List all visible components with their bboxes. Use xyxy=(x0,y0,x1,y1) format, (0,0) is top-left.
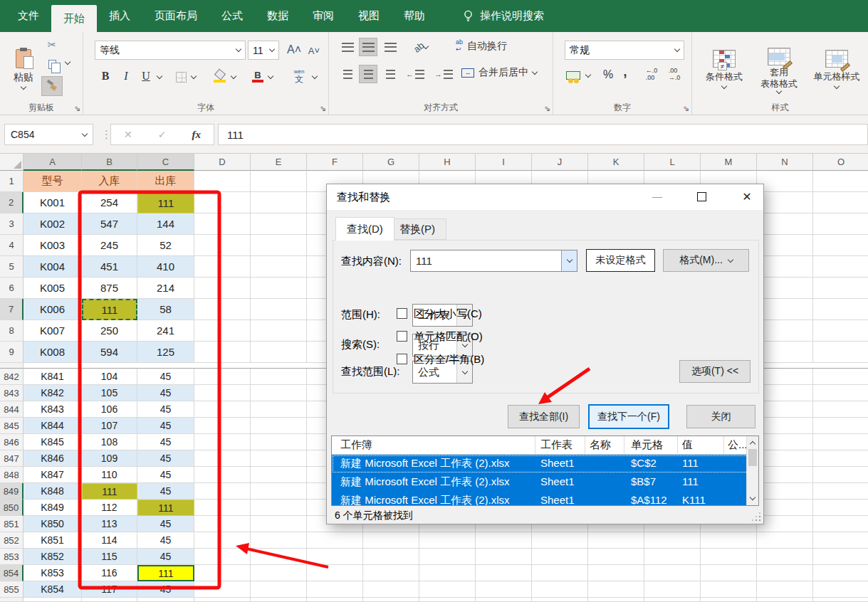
cell-F854[interactable] xyxy=(307,565,363,581)
cell-N855[interactable] xyxy=(757,581,813,598)
cell-J[interactable] xyxy=(532,598,588,602)
cell-B845[interactable]: 107 xyxy=(82,418,137,434)
cell-A843[interactable]: K842 xyxy=(23,385,82,401)
cell-A3[interactable]: K002 xyxy=(23,213,82,235)
copy-button[interactable] xyxy=(45,57,59,71)
row-header-3[interactable]: 3 xyxy=(0,213,23,235)
format-button[interactable]: 格式(M)... xyxy=(663,249,749,272)
cell-N6[interactable] xyxy=(757,278,813,299)
cell-C852[interactable]: 45 xyxy=(137,532,194,549)
row-header-6[interactable]: 6 xyxy=(0,278,23,299)
cell-B843[interactable]: 105 xyxy=(82,385,137,401)
font-dialog-launcher-icon[interactable]: ⇘ xyxy=(320,104,326,113)
cell-D855[interactable] xyxy=(194,581,251,598)
cell-F853[interactable] xyxy=(307,549,363,565)
cell-A852[interactable]: K851 xyxy=(23,532,82,549)
font-color-dropdown-icon[interactable] xyxy=(268,73,273,79)
cell-B[interactable] xyxy=(82,598,137,602)
align-middle-button[interactable] xyxy=(359,38,377,56)
cell-O1[interactable] xyxy=(813,171,868,192)
cell-A847[interactable]: K846 xyxy=(23,450,82,467)
ribbon-tab-formulas[interactable]: 公式 xyxy=(209,0,255,32)
cell-B852[interactable]: 114 xyxy=(82,532,137,549)
row-header-1[interactable]: 1 xyxy=(0,171,23,192)
fill-color-button[interactable] xyxy=(213,69,227,83)
results-scrollbar[interactable] xyxy=(746,436,758,505)
cell-D848[interactable] xyxy=(194,467,251,483)
cell-C847[interactable]: 45 xyxy=(137,450,194,467)
cell-C851[interactable]: 45 xyxy=(137,516,194,532)
wrap-text-button[interactable]: ab↩ 自动换行 xyxy=(456,38,563,55)
cell-G[interactable] xyxy=(363,598,419,602)
minimize-button[interactable]: — xyxy=(647,189,667,204)
cell-N854[interactable] xyxy=(757,565,813,581)
cell-C849[interactable]: 45 xyxy=(137,483,194,500)
cell-N8[interactable] xyxy=(757,320,813,342)
cell-E8[interactable] xyxy=(251,320,307,342)
cell-J855[interactable] xyxy=(532,581,588,598)
name-box[interactable]: C854 xyxy=(4,124,93,145)
cell-O6[interactable] xyxy=(813,278,868,299)
cell-I852[interactable] xyxy=(476,532,532,549)
cell-C6[interactable]: 214 xyxy=(137,278,194,299)
cell-N847[interactable] xyxy=(757,450,813,467)
font-name-combo[interactable]: 等线 xyxy=(95,41,246,60)
cut-button[interactable]: ✂ xyxy=(44,38,60,52)
cell-H855[interactable] xyxy=(419,581,476,598)
ribbon-tab-file[interactable]: 文件 xyxy=(6,0,51,32)
cell-D[interactable] xyxy=(194,598,251,602)
cell-N2[interactable] xyxy=(757,192,813,213)
column-header-D[interactable]: D xyxy=(194,154,251,171)
cell-O844[interactable] xyxy=(813,401,868,418)
cell-A845[interactable]: K844 xyxy=(23,418,82,434)
cell-M855[interactable] xyxy=(701,581,757,598)
row-header-847[interactable]: 847 xyxy=(0,450,23,467)
ribbon-tab-review[interactable]: 审阅 xyxy=(300,0,346,32)
cell-O852[interactable] xyxy=(813,532,868,549)
cell-H852[interactable] xyxy=(419,532,476,549)
column-header-F[interactable]: F xyxy=(307,154,363,171)
decrease-indent-button[interactable]: ← xyxy=(406,66,424,82)
cell-E5[interactable] xyxy=(251,256,307,278)
accounting-dropdown-icon[interactable] xyxy=(585,72,591,78)
cell-M[interactable] xyxy=(701,598,757,602)
cell-O847[interactable] xyxy=(813,450,868,467)
number-dialog-launcher-icon[interactable]: ⇘ xyxy=(683,104,689,113)
cell-B8[interactable]: 250 xyxy=(82,320,137,342)
results-header-4[interactable]: 值 xyxy=(682,438,693,452)
enter-icon[interactable]: ✓ xyxy=(158,129,167,140)
cell-L852[interactable] xyxy=(644,532,701,549)
match-case-checkbox[interactable] xyxy=(397,308,407,319)
cell-N9[interactable] xyxy=(757,342,813,363)
ribbon-tab-insert[interactable]: 插入 xyxy=(97,0,142,32)
cell-C2[interactable]: 111 xyxy=(137,192,194,213)
cell-B842[interactable]: 104 xyxy=(82,369,137,385)
cell-N3[interactable] xyxy=(757,213,813,235)
cell-B853[interactable]: 115 xyxy=(82,549,137,565)
insert-function-icon[interactable]: fx xyxy=(192,129,201,141)
bold-button[interactable]: B xyxy=(98,68,113,85)
row-header-842[interactable]: 842 xyxy=(0,369,23,385)
cell-C848[interactable]: 45 xyxy=(137,467,194,483)
merge-center-button[interactable]: ↔ 合并后居中 xyxy=(461,63,554,82)
maximize-button[interactable] xyxy=(691,189,711,204)
cell-E3[interactable] xyxy=(251,213,307,235)
cell-E850[interactable] xyxy=(251,500,307,516)
cell-H854[interactable] xyxy=(419,565,476,581)
cell-D7[interactable] xyxy=(194,299,251,320)
cell-B2[interactable]: 254 xyxy=(82,192,137,213)
alignment-dialog-launcher-icon[interactable]: ⇘ xyxy=(544,104,550,113)
increase-font-size-button[interactable]: A˄ xyxy=(286,41,303,59)
cell-K[interactable] xyxy=(588,598,644,602)
align-center-button[interactable] xyxy=(359,65,377,83)
cell-A851[interactable]: K850 xyxy=(23,516,82,532)
cell-O8[interactable] xyxy=(813,320,868,342)
result-row[interactable]: 新建 Microsoft Excel 工作表 (2).xlsxSheet1$C$… xyxy=(332,455,758,473)
clipboard-dialog-launcher-icon[interactable]: ⇘ xyxy=(74,104,80,113)
cell-N846[interactable] xyxy=(757,434,813,450)
result-row[interactable]: 新建 Microsoft Excel 工作表 (2).xlsxSheet1$B$… xyxy=(332,473,758,492)
underline-button[interactable]: U xyxy=(139,68,153,85)
cell-D847[interactable] xyxy=(194,450,251,467)
cell-O7[interactable] xyxy=(813,299,868,320)
cell-N4[interactable] xyxy=(757,235,813,256)
